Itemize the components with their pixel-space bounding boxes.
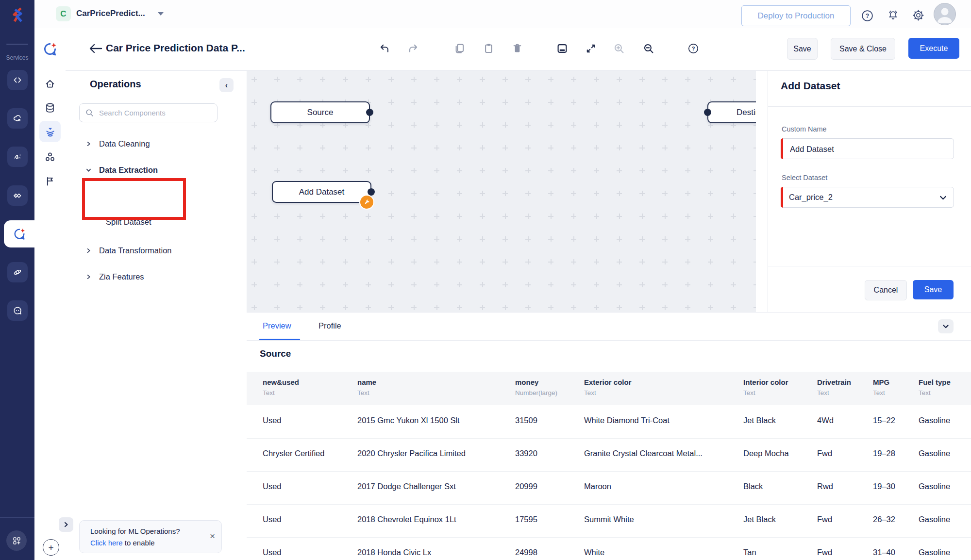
rail-item-datasets[interactable] [39, 97, 61, 118]
cancel-button[interactable]: Cancel [865, 280, 907, 300]
back-button[interactable] [89, 43, 102, 54]
rail-item-flag[interactable] [39, 170, 61, 192]
sidebar-item-orbit[interactable] [7, 262, 28, 282]
apps-grid-button[interactable] [6, 530, 27, 551]
zia-icon [12, 152, 23, 162]
table-row[interactable]: Used2015 Gmc Yukon Xl 1500 Slt31509White… [247, 405, 971, 439]
tree-group-data-extraction[interactable]: Data Extraction [86, 164, 158, 176]
config-panel-title: Add Dataset [781, 80, 840, 92]
deploy-to-production-button[interactable]: Deploy to Production [741, 5, 851, 26]
help-button[interactable]: ? [861, 9, 874, 22]
output-port[interactable] [366, 109, 373, 116]
copy-button[interactable] [454, 43, 465, 54]
tab-preview[interactable]: Preview [263, 321, 291, 330]
project-caret-icon[interactable] [158, 12, 164, 16]
column-header[interactable]: MPG [873, 378, 889, 386]
table-row[interactable]: Used2018 Honda Civic Lx24998WhiteTanFwd3… [247, 537, 971, 560]
table-header: new&usedText nameText moneyNumber(large)… [247, 372, 971, 405]
column-type: Text [263, 389, 275, 396]
apps-grid-icon [12, 536, 21, 545]
collapse-preview-button[interactable] [938, 319, 954, 333]
canvas-help-button[interactable]: ? [687, 43, 699, 54]
brand-logo[interactable] [6, 4, 29, 26]
user-avatar[interactable] [934, 3, 956, 25]
sidebar-item-zia[interactable] [7, 147, 28, 167]
delete-button[interactable] [512, 43, 523, 54]
save-and-close-button[interactable]: Save & Close [831, 38, 895, 60]
column-header[interactable]: Drivetrain [817, 378, 851, 386]
sidebar-item-chat[interactable] [7, 300, 28, 321]
settings-button[interactable] [912, 9, 925, 22]
cell: 33920 [515, 449, 537, 458]
table-row[interactable]: Chrysler Certified2020 Chrysler Pacifica… [247, 438, 971, 472]
panel-save-button[interactable]: Save [913, 280, 954, 299]
rail-item-cluster[interactable] [39, 146, 61, 167]
cell: Maroon [584, 482, 611, 491]
pipeline-canvas[interactable]: Source Add Dataset Destination [247, 70, 756, 312]
configure-badge[interactable] [359, 195, 374, 210]
page-title: Car Price Prediction Data P... [106, 42, 245, 54]
cell: 19–28 [873, 449, 895, 458]
notifications-button[interactable] [887, 9, 900, 22]
column-header[interactable]: new&used [263, 378, 299, 386]
click-here-link[interactable]: Click here [90, 539, 123, 547]
tree-group-data-cleaning[interactable]: Data Cleaning [86, 138, 150, 149]
toast-close-icon[interactable]: × [210, 531, 215, 541]
column-header[interactable]: Interior color [743, 378, 788, 386]
tabs-divider [247, 340, 971, 341]
selected-dataset-value: Car_price_2 [789, 193, 833, 202]
cell: Jet Black [743, 515, 776, 524]
search-input[interactable] [98, 108, 211, 117]
panel-expand-button[interactable] [59, 517, 73, 532]
component-search[interactable] [79, 103, 218, 122]
rail-item-dataprep-app[interactable] [39, 38, 61, 60]
select-dataset-dropdown[interactable]: Car_price_2 [781, 187, 954, 208]
table-row[interactable]: Used2018 Chevrolet Equinox 1Lt17595Summi… [247, 504, 971, 538]
node-source[interactable]: Source [270, 101, 370, 123]
column-header[interactable]: Fuel type [919, 378, 951, 386]
column-header[interactable]: Exterior color [584, 378, 632, 386]
input-port[interactable] [704, 109, 711, 116]
custom-name-field[interactable] [781, 138, 954, 159]
zoom-out-button[interactable] [643, 43, 654, 54]
table-row[interactable]: Used2017 Dodge Challenger Sxt20999Maroon… [247, 471, 971, 505]
node-label: Destination [737, 108, 756, 117]
tree-group-zia-features[interactable]: Zia Features [86, 271, 144, 282]
execute-button[interactable]: Execute [908, 38, 959, 59]
rail-add-button[interactable]: + [43, 539, 59, 556]
node-destination[interactable]: Destination [707, 101, 756, 123]
collapse-panel-button[interactable]: ‹ [219, 78, 234, 92]
column-type: Text [743, 389, 755, 396]
rail-item-home[interactable] [39, 73, 61, 95]
cell: 20999 [515, 482, 537, 491]
app-screen: Services [0, 0, 971, 560]
tab-profile[interactable]: Profile [318, 321, 341, 330]
column-type: Text [817, 389, 829, 396]
services-label: Services [0, 54, 34, 61]
redo-button[interactable] [408, 43, 419, 54]
fullscreen-button[interactable] [585, 43, 597, 54]
cell: 4Wd [817, 416, 834, 425]
column-header[interactable]: money [515, 378, 538, 386]
tree-group-data-transformation[interactable]: Data Transformation [86, 245, 171, 256]
cell: Deep Mocha [743, 449, 789, 458]
node-add-dataset[interactable]: Add Dataset [272, 181, 371, 203]
sidebar-bottom-divider [0, 517, 34, 518]
undo-button[interactable] [379, 43, 390, 54]
custom-name-input[interactable] [789, 139, 937, 160]
search-icon [85, 109, 94, 117]
column-header[interactable]: name [357, 378, 376, 386]
toggle-bottom-panel-button[interactable] [556, 43, 568, 54]
sidebar-item-code[interactable] [7, 70, 28, 90]
paste-button[interactable] [483, 43, 494, 54]
save-button[interactable]: Save [787, 38, 818, 60]
sidebar-item-cloud-ml[interactable] [7, 108, 28, 129]
zoom-in-button[interactable] [613, 43, 625, 54]
project-name[interactable]: CarPricePredict... [76, 9, 145, 18]
sidebar-item-dataprep-active[interactable] [4, 220, 34, 247]
sidebar-item-deal[interactable] [7, 185, 28, 206]
column-type: Text [357, 389, 369, 396]
toast-action: Click here to enable [90, 539, 155, 547]
rail-item-pipeline-active[interactable] [39, 121, 61, 142]
orbit-icon [12, 267, 23, 277]
